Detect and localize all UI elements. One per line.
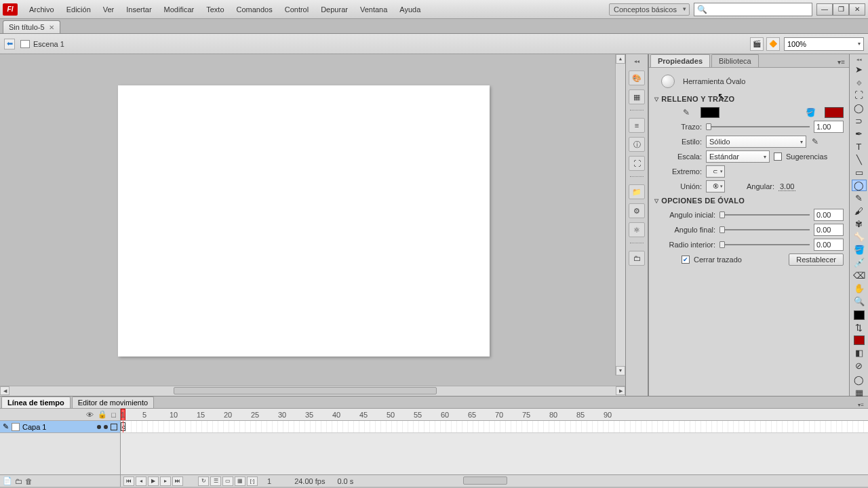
zoom-tool[interactable]: 🔍 (852, 296, 867, 307)
join-style-dropdown[interactable]: ⦿ (706, 180, 725, 192)
stroke-color-tool[interactable] (852, 310, 867, 321)
menu-texto[interactable]: Texto (200, 3, 230, 16)
hinting-checkbox[interactable] (774, 152, 782, 161)
section-opciones-ovalo[interactable]: ▽ OPCIONES DE ÓVALO (654, 197, 844, 205)
stroke-style-dropdown[interactable]: Sólido▾ (706, 136, 806, 148)
subselection-tool[interactable]: ⟐ (852, 77, 867, 88)
section-relleno-trazo[interactable]: ▽ RELLENO Y TRAZO (654, 95, 844, 103)
visibility-column-icon[interactable]: 👁 (86, 411, 94, 419)
scale-dropdown[interactable]: Estándar▾ (706, 150, 770, 163)
align-panel-icon[interactable]: ≡ (629, 118, 645, 133)
timeline-collapse-icon[interactable]: ▾≡ (854, 402, 868, 408)
3d-rotation-tool[interactable]: ◯ (852, 102, 867, 114)
step-back-button[interactable]: ◂ (136, 476, 146, 486)
scroll-up-icon[interactable]: ▲ (616, 54, 625, 64)
vertical-scrollbar[interactable]: ▲ ▼ (615, 54, 625, 375)
timeline-ruler[interactable]: 151015202530354045505560657075808590 (121, 409, 868, 421)
tab-propiedades[interactable]: Propiedades (650, 54, 710, 67)
default-colors-tool[interactable]: ◧ (852, 347, 867, 359)
inner-radius-input[interactable]: 0.00 (814, 239, 844, 251)
object-drawing-toggle[interactable]: ◯ (852, 374, 867, 386)
tab-editor-movimiento[interactable]: Editor de movimiento (72, 396, 154, 408)
goto-last-button[interactable]: ⏭ (172, 476, 183, 486)
close-icon[interactable]: ✕ (49, 24, 54, 31)
no-color-tool[interactable]: ⊘ (852, 360, 867, 371)
cap-style-dropdown[interactable]: ⊂ (706, 165, 725, 178)
miter-value[interactable]: 3.00 (778, 182, 795, 191)
loop-button[interactable]: ↻ (198, 476, 209, 486)
menu-insertar[interactable]: Insertar (120, 3, 157, 16)
end-angle-slider[interactable] (719, 226, 810, 234)
minimize-button[interactable]: ― (816, 3, 833, 16)
start-angle-slider[interactable] (719, 211, 810, 219)
dock-collapse-icon[interactable]: ◂◂ (626, 58, 648, 66)
text-tool[interactable]: T (852, 141, 867, 152)
menu-archivo[interactable]: Archivo (23, 3, 60, 16)
swatches-panel-icon[interactable]: ▦ (629, 89, 645, 104)
outline-toggle-icon[interactable] (111, 424, 117, 430)
tab-biblioteca[interactable]: Biblioteca (711, 54, 759, 67)
close-button[interactable]: ✕ (849, 3, 865, 16)
menu-depurar[interactable]: Depurar (315, 3, 354, 16)
menu-ventana[interactable]: Ventana (354, 3, 393, 16)
panel-menu-icon[interactable]: ▾≡ (833, 57, 849, 67)
outline-column-icon[interactable]: □ (111, 411, 116, 419)
code-panel-icon[interactable]: ⚛ (629, 222, 645, 237)
document-tab[interactable]: Sin título-5 ✕ (3, 20, 60, 33)
lasso-tool[interactable]: ⊃ (852, 115, 867, 127)
new-folder-button[interactable]: 🗀 (15, 477, 22, 485)
fill-color-tool[interactable] (852, 335, 867, 346)
end-angle-input[interactable]: 0.00 (814, 224, 844, 236)
restore-button[interactable]: ❐ (833, 3, 849, 16)
horizontal-scrollbar[interactable]: ◀ ▶ (0, 386, 625, 396)
info-panel-icon[interactable]: ⓘ (629, 137, 645, 152)
tools-collapse-icon[interactable]: ◂◂ (850, 57, 868, 62)
play-button[interactable]: ▶ (148, 476, 159, 486)
menu-control[interactable]: Control (279, 3, 315, 16)
modify-markers-button[interactable]: [·] (247, 476, 258, 486)
tab-linea-tiempo[interactable]: Línea de tiempo (1, 396, 71, 408)
layer-row[interactable]: ✎ Capa 1 (0, 421, 120, 433)
edit-stroke-style-icon[interactable]: ✎ (810, 137, 820, 146)
eyedropper-tool[interactable]: 💉 (852, 257, 867, 268)
new-layer-button[interactable]: 📄 (3, 476, 12, 485)
scroll-down-icon[interactable]: ▼ (616, 366, 625, 375)
motion-panel-icon[interactable]: ⚙ (629, 203, 645, 218)
stroke-color-swatch[interactable] (701, 107, 719, 118)
pencil-tool[interactable]: ✎ (852, 192, 867, 204)
edit-symbols-button[interactable]: 🔶 (766, 37, 780, 51)
back-button[interactable]: ⬅ (4, 39, 15, 49)
restablecer-button[interactable]: Restablecer (789, 253, 844, 266)
oval-tool[interactable]: ◯ (852, 180, 867, 191)
stroke-weight-input[interactable]: 1.00 (814, 121, 844, 133)
visibility-dot-icon[interactable] (97, 425, 101, 429)
pen-tool[interactable]: ✒ (852, 128, 867, 140)
brush-tool[interactable]: 🖌 (852, 205, 867, 217)
free-transform-tool[interactable]: ⛶ (852, 89, 867, 101)
timeline-scrollbar-thumb[interactable] (463, 476, 507, 485)
menu-comandos[interactable]: Comandos (231, 3, 279, 16)
stage-scroll[interactable]: ▲ ▼ (0, 54, 625, 386)
layer-name[interactable]: Capa 1 (22, 423, 46, 431)
scroll-right-icon[interactable]: ▶ (616, 386, 625, 395)
zoom-selector[interactable]: 100%▾ (784, 37, 864, 51)
fill-color-swatch[interactable] (825, 107, 844, 118)
line-tool[interactable]: ╲ (852, 154, 867, 165)
project-panel-icon[interactable]: 🗀 (629, 251, 645, 266)
delete-layer-button[interactable]: 🗑 (25, 477, 33, 485)
menu-ayuda[interactable]: Ayuda (393, 3, 427, 16)
start-angle-input[interactable]: 0.00 (814, 209, 844, 221)
edit-multi-frames-button[interactable]: ▦ (235, 476, 245, 486)
stroke-weight-slider[interactable] (706, 123, 810, 131)
playhead-line[interactable] (123, 421, 123, 432)
selection-tool[interactable]: ➤ (852, 64, 867, 75)
lock-dot-icon[interactable] (104, 425, 108, 429)
menu-edicion[interactable]: Edición (60, 3, 97, 16)
goto-first-button[interactable]: ⏮ (123, 476, 134, 486)
transform-panel-icon[interactable]: ⛶ (629, 156, 645, 171)
menu-modificar[interactable]: Modificar (158, 3, 201, 16)
eraser-tool[interactable]: ⌫ (852, 270, 867, 281)
edit-scene-button[interactable]: 🎬 (750, 37, 764, 51)
scrollbar-thumb[interactable] (174, 387, 437, 394)
paint-bucket-tool[interactable]: 🪣 (852, 244, 867, 256)
